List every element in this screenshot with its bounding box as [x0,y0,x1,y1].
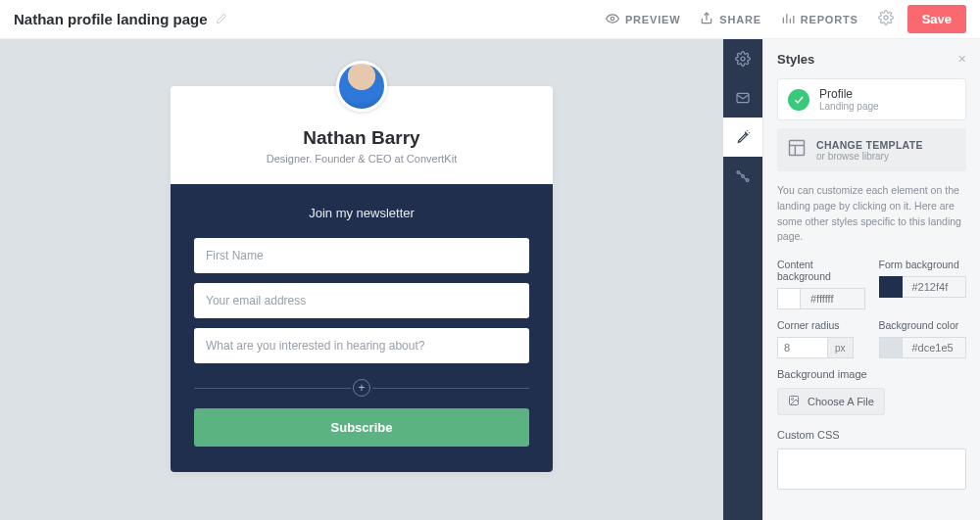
panel-title: Styles [777,52,814,67]
custom-css-label: Custom CSS [777,429,966,441]
tab-integrations[interactable] [723,157,762,196]
choose-file-button[interactable]: Choose A File [777,388,885,415]
check-icon [788,89,809,111]
eye-icon [606,12,619,27]
svg-rect-7 [790,141,805,156]
change-template-sub: or browse library [816,151,923,162]
choose-file-label: Choose A File [808,396,874,407]
reports-icon [781,12,795,27]
image-icon [788,395,800,408]
svg-point-11 [792,399,794,401]
svg-point-4 [742,175,745,178]
share-label: SHARE [719,14,761,25]
corner-radius-input[interactable]: px [777,337,865,358]
tab-styles[interactable] [723,118,762,157]
current-template[interactable]: Profile Landing page [777,78,966,120]
corner-radius-field[interactable] [777,337,828,358]
change-template-title: CHANGE TEMPLATE [816,139,923,151]
email-input[interactable] [194,283,529,318]
corner-radius-label: Corner radius [777,319,865,331]
bg-image-label: Background image [777,368,966,380]
svg-point-6 [746,179,749,182]
content-bg-swatch[interactable] [777,288,801,309]
form-bg-swatch[interactable] [879,276,903,298]
svg-point-1 [884,16,888,20]
corner-radius-unit: px [828,337,854,358]
styles-panel: Styles × Profile Landing page CHANGE TEM… [762,39,980,520]
share-button[interactable]: SHARE [700,12,761,27]
profile-name[interactable]: Nathan Barry [190,127,533,149]
avatar[interactable] [336,61,387,112]
plus-icon: + [353,379,370,397]
tab-settings[interactable] [723,39,762,78]
template-name: Profile [819,87,879,101]
form-bg-value[interactable]: #212f4f [903,276,967,298]
bg-color-swatch[interactable] [879,337,903,358]
bg-color-label: Background color [879,319,967,331]
first-name-input[interactable] [194,238,529,273]
add-field-divider[interactable]: + [194,379,529,397]
custom-css-input[interactable] [777,449,966,490]
content-bg-picker[interactable]: #ffffff [777,288,865,309]
profile-card[interactable]: Nathan Barry Designer. Founder & CEO at … [171,86,553,472]
editor-canvas[interactable]: Nathan Barry Designer. Founder & CEO at … [0,39,723,520]
page-title: Nathan profile landing page [14,11,208,27]
profile-tagline[interactable]: Designer. Founder & CEO at ConvertKit [190,153,533,165]
form-bg-label: Form background [879,259,967,270]
tab-email[interactable] [723,78,762,118]
content-bg-value[interactable]: #ffffff [801,288,865,309]
panel-tabs [723,39,762,520]
content-bg-label: Content background [777,259,865,282]
preview-button[interactable]: PREVIEW [606,12,680,27]
settings-icon[interactable] [878,10,894,29]
bg-color-value[interactable]: #dce1e5 [903,337,967,358]
bg-color-picker[interactable]: #dce1e5 [879,337,967,358]
preview-label: PREVIEW [625,14,680,25]
subscribe-button[interactable]: Subscribe [194,408,529,447]
reports-label: REPORTS [801,14,858,25]
template-type: Landing page [819,101,879,112]
svg-point-0 [611,17,614,21]
close-icon[interactable]: × [958,51,966,67]
interest-input[interactable] [194,328,529,363]
svg-point-5 [737,171,740,174]
edit-title-icon[interactable] [216,11,227,28]
template-icon [787,138,807,162]
form-bg-picker[interactable]: #212f4f [879,276,967,298]
help-text: You can customize each element on the la… [777,183,966,245]
save-button[interactable]: Save [907,5,966,33]
share-icon [700,12,713,27]
change-template-button[interactable]: CHANGE TEMPLATE or browse library [777,128,966,171]
svg-point-2 [741,57,745,61]
reports-button[interactable]: REPORTS [781,12,858,27]
form-heading[interactable]: Join my newsletter [309,206,415,220]
